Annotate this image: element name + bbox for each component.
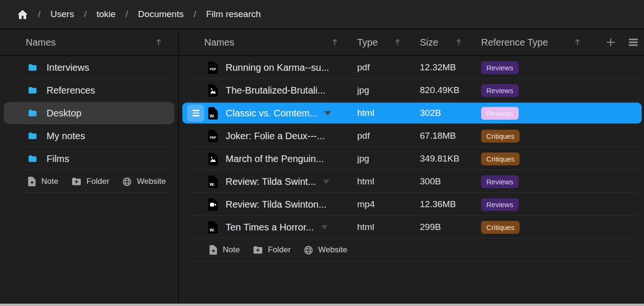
table-row[interactable]: PDF Running on Karma--su... pdf 12.32MB … [179, 56, 644, 79]
sidebar-item-films[interactable]: Films [0, 147, 178, 170]
folder-add-icon [253, 246, 263, 255]
reference-type-badge[interactable]: Reviews [481, 61, 519, 74]
image-file-icon [208, 153, 218, 165]
note-add-icon [209, 245, 218, 255]
svg-text:PDF: PDF [210, 67, 216, 71]
file-type: pdf [357, 131, 420, 141]
reference-type-badge[interactable]: Reviews [481, 175, 519, 188]
add-website-button[interactable]: Website [303, 245, 347, 255]
arrow-up-icon[interactable] [455, 38, 463, 47]
home-icon[interactable] [17, 10, 28, 19]
note-add-icon [28, 176, 37, 187]
action-label: Website [318, 245, 347, 255]
plus-icon[interactable] [606, 37, 616, 48]
file-size: 349.81KB [420, 153, 481, 164]
file-name: Classic vs. Comtem... [226, 108, 317, 119]
table-row[interactable]: W. Classic vs. Comtem... html 302B Revie… [179, 102, 644, 124]
table-row[interactable]: W. Review: Tilda Swint... html 300B Revi… [179, 170, 644, 193]
reference-type-badge[interactable]: Reviews [481, 107, 519, 120]
action-label: Website [137, 177, 166, 186]
file-type: pdf [357, 62, 420, 73]
sidebar: Names Interviews References Desktop My n… [0, 29, 179, 305]
add-note-button[interactable]: Note [28, 176, 58, 187]
sidebar-item-my-notes[interactable]: My notes [0, 124, 178, 147]
file-size: 299B [420, 222, 481, 232]
sidebar-header: Names [0, 29, 178, 56]
window-bottom-edge [0, 304, 644, 306]
column-header-type: Type [357, 37, 378, 48]
file-type: jpg [357, 153, 420, 164]
sidebar-item-label: References [47, 85, 95, 96]
folder-icon [27, 131, 38, 141]
sidebar-item-label: Interviews [47, 62, 89, 73]
table-row[interactable]: W. Ten Times a Horror... html 299B Criti… [179, 216, 644, 239]
globe-icon [303, 245, 313, 255]
reference-type-badge[interactable]: Reviews [481, 198, 519, 211]
breadcrumb-separator: / [194, 9, 196, 19]
file-size: 12.36MB [420, 199, 481, 210]
file-size: 12.32MB [420, 62, 481, 73]
file-name: Ten Times a Horror... [226, 222, 314, 233]
file-name: March of the Penguin... [226, 153, 324, 164]
chevron-down-icon[interactable] [324, 111, 331, 115]
breadcrumb-separator: / [125, 9, 128, 19]
table-row[interactable]: Review: Tilda Swinton... mp4 12.36MB Rev… [179, 193, 644, 216]
file-type: html [357, 176, 420, 187]
chevron-down-icon[interactable] [323, 180, 330, 184]
drag-handle-icon[interactable] [187, 105, 204, 122]
arrow-up-icon[interactable] [573, 38, 582, 47]
sidebar-item-desktop[interactable]: Desktop [0, 102, 178, 124]
file-name: The-Brutalized-Brutali... [226, 85, 325, 96]
pdf-file-icon: PDF [208, 130, 218, 143]
reference-type-badge[interactable]: Critiques [481, 153, 520, 165]
table-row[interactable]: March of the Penguin... jpg 349.81KB Cri… [179, 147, 644, 170]
action-label: Folder [86, 177, 109, 186]
arrow-up-icon[interactable] [154, 38, 163, 47]
video-file-icon [208, 198, 218, 211]
file-name: Joker: Folie a Deux---... [226, 131, 325, 142]
globe-icon [122, 177, 132, 187]
file-type: jpg [357, 85, 420, 96]
table-row[interactable]: The-Brutalized-Brutali... jpg 820.49KB R… [179, 79, 644, 102]
table-header: Names Type Size Reference Type [179, 29, 644, 56]
add-folder-button[interactable]: Folder [253, 245, 291, 255]
breadcrumb-item-film-research[interactable]: Film research [206, 9, 261, 19]
reference-type-badge[interactable]: Reviews [481, 84, 519, 97]
file-list-actions: Note Folder Website [179, 239, 644, 261]
breadcrumb-item-documents[interactable]: Documents [138, 9, 184, 19]
action-label: Note [223, 245, 240, 255]
sidebar-item-interviews[interactable]: Interviews [0, 56, 178, 79]
file-name: Running on Karma--su... [226, 62, 329, 73]
add-folder-button[interactable]: Folder [71, 177, 109, 186]
arrow-up-icon[interactable] [331, 38, 339, 47]
folder-add-icon [71, 177, 82, 186]
arrow-up-icon[interactable] [393, 38, 402, 47]
svg-text:W.: W. [209, 182, 215, 186]
add-note-button[interactable]: Note [209, 245, 240, 255]
html-file-icon: W. [208, 107, 218, 120]
file-size: 67.18MB [420, 131, 481, 141]
file-size: 820.49KB [420, 85, 481, 96]
column-header-size: Size [420, 37, 438, 48]
sidebar-item-label: My notes [47, 131, 85, 142]
reference-type-badge[interactable]: Critiques [481, 221, 520, 234]
folder-icon [27, 63, 38, 72]
breadcrumb-item-tokie[interactable]: tokie [96, 9, 115, 19]
file-size: 300B [420, 176, 481, 187]
html-file-icon: W. [208, 175, 218, 188]
html-file-icon: W. [208, 221, 218, 234]
table-row[interactable]: PDF Joker: Folie a Deux---... pdf 67.18M… [179, 124, 644, 147]
chevron-down-icon[interactable] [321, 225, 328, 230]
breadcrumb-item-users[interactable]: Users [50, 9, 74, 19]
file-list-panel: Names Type Size Reference Type [179, 29, 644, 305]
sidebar-names-column-label: Names [26, 37, 56, 48]
file-type: mp4 [357, 199, 420, 210]
reference-type-badge[interactable]: Critiques [481, 130, 520, 143]
svg-text:PDF: PDF [210, 136, 216, 139]
action-label: Folder [268, 245, 291, 255]
add-website-button[interactable]: Website [122, 177, 166, 187]
folder-icon [27, 154, 38, 163]
sidebar-item-references[interactable]: References [0, 79, 178, 102]
breadcrumb-separator: / [84, 9, 86, 19]
menu-icon[interactable] [629, 38, 638, 46]
